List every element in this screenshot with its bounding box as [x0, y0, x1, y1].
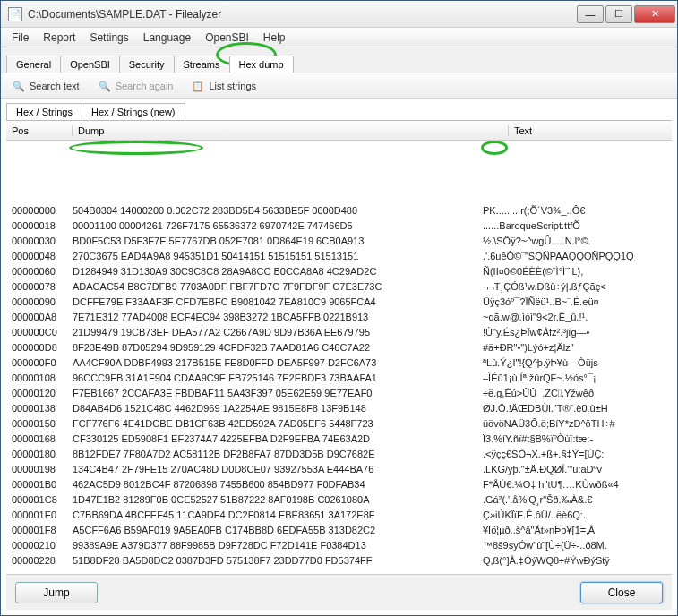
tab-security[interactable]: Security	[119, 56, 175, 73]
menu-settings[interactable]: Settings	[82, 30, 135, 46]
bottom-bar: Jump Close	[6, 574, 672, 610]
hex-dump: A5CFF6A6 B59AF019 9A5EA0FB C174BB8D 6EDF…	[73, 523, 483, 538]
hex-dump: 8F23E49B 87D05294 9D959129 4CFDF32B 7AAD…	[73, 340, 483, 355]
hex-text: ¥Ïö¦µð..š^â"Át»nÞþ¥[1=‚Â	[483, 523, 666, 538]
subtab-hex-strings[interactable]: Hex / Strings	[6, 103, 82, 120]
tab-opensbi[interactable]: OpenSBI	[60, 56, 120, 73]
hex-row[interactable]: 00000030BD0F5C53 D5F3F7E 5E7767DB 052E70…	[12, 234, 666, 249]
hex-text: ½.\SÖÿ?~^wgÛ.....N.l°©.	[483, 234, 666, 249]
window-controls: — ☐ ✕	[577, 5, 675, 23]
hex-row[interactable]: 0000021099389A9E A379D377 88F9985B D9F72…	[12, 538, 666, 553]
menu-file[interactable]: File	[4, 30, 36, 46]
hex-text: #ä+ÐR"•")Lýó+z­¦Älz"	[483, 340, 666, 355]
hex-pos: 00000108	[12, 371, 73, 386]
search-text-button[interactable]: 🔍 Search text	[8, 77, 83, 95]
hex-pos: 000001C8	[12, 492, 73, 508]
tab-hexdump[interactable]: Hex dump	[229, 56, 294, 73]
main-tabs: General OpenSBI Security Streams Hex dum…	[1, 47, 677, 73]
hex-pos: 00000138	[12, 401, 73, 416]
menu-language[interactable]: Language	[136, 30, 198, 46]
hex-dump: C7BB69DA 4BCFEF45 11CA9DF4 DC2F0814 EBE8…	[73, 508, 483, 523]
menubar: File Report Settings Language OpenSBI He…	[1, 28, 677, 47]
col-header-dump[interactable]: Dump	[73, 125, 509, 136]
hex-row[interactable]: 0000010896CCC9FB 31A1F904 CDAA9C9E FB725…	[12, 371, 666, 386]
hex-dump: BD0F5C53 D5F3F7E 5E7767DB 052E7081 0D864…	[73, 234, 483, 249]
menu-help[interactable]: Help	[256, 30, 293, 46]
hex-text: ~qã.w­@.ìóì"9<2r.Ê_û.!¹.	[483, 310, 666, 325]
hex-row[interactable]: 00000090DCFFE79E F33AAF3F CFD7EBFC B9081…	[12, 295, 666, 310]
hex-row[interactable]: 0000001800001100 00004261 726F7175 65536…	[12, 218, 666, 234]
hex-pos: 000000A8	[12, 310, 73, 325]
hex-pos: 00000120	[12, 386, 73, 401]
hex-row[interactable]: 000001B0462AC5D9 8012BC4F 87206898 7455B…	[12, 477, 666, 492]
hex-row[interactable]: 00000120F7EB1667 2CCAFA3E FBDBAF11 5A43F…	[12, 386, 666, 401]
hex-row[interactable]: 000001E0C7BB69DA 4BCFEF45 11CA9DF4 DC2F0…	[12, 508, 666, 523]
hex-row[interactable]: 000001808B12FDE7 7F80A7D2 AC58112B DF2B8…	[12, 447, 666, 462]
sub-tabs: Hex / Strings Hex / Strings (new)	[1, 99, 677, 120]
hex-dump: D84AB4D6 1521C48C 4462D969 1A2254AE 9815…	[73, 401, 483, 416]
highlight-circle-signature	[69, 141, 203, 155]
hex-row[interactable]: 00000138D84AB4D6 1521C48C 4462D969 1A225…	[12, 401, 666, 416]
hex-row[interactable]: 00000060D1284949 31D130A9 30C9C8C8 28A9A…	[12, 264, 666, 279]
hex-dump: ADACAC54 B8C7DFB9 7703A0DF FBF7FD7C 7F9F…	[73, 279, 483, 295]
hex-text: PK.........r(;Õ´V3¾_..Ô€	[483, 203, 666, 218]
hex-text: Üÿç3óº¯?ÏÑëü¹..B~¨.É.eü¤	[483, 295, 666, 310]
col-header-text[interactable]: Text	[509, 125, 672, 136]
col-header-pos[interactable]: Pos	[6, 125, 73, 136]
search-again-button[interactable]: 🔍 Search again	[94, 77, 177, 95]
hex-dump: 96CCC9FB 31A1F904 CDAA9C9E FB725146 7E2E…	[73, 371, 483, 386]
hex-pos: 00000150	[12, 416, 73, 432]
hex-dump: 504B0304 14000200 0.002C72 283BD5B4 5633…	[73, 203, 483, 218]
hex-dump: 99389A9E A379D377 88F9985B D9F728DC F72D…	[73, 538, 483, 553]
hex-row[interactable]: 000000C021D99479 19CB73EF DEA577A2 C2667…	[12, 325, 666, 340]
hex-row[interactable]: 0000022851B8DF28 BA5D8DC2 0387D3FD 57513…	[12, 553, 666, 569]
hex-text: ­¬¬T¸ÇÓß¹w.­Ðßû÷ý|.ßƒÇãç<	[483, 279, 666, 295]
tab-general[interactable]: General	[6, 56, 61, 73]
hex-row[interactable]: 000001F8A5CFF6A6 B59AF019 9A5EA0FB C174B…	[12, 523, 666, 538]
titlebar: 📄 C:\Documents\SAMPLE.DAT - Filealyzer —…	[1, 1, 677, 28]
jump-button[interactable]: Jump	[15, 582, 98, 603]
hex-row[interactable]: 00000078ADACAC54 B8C7DFB9 7703A0DF FBF7F…	[12, 279, 666, 295]
hex-dump: 134C4B47 2F79FE15 270AC48D D0D8CE07 9392…	[73, 462, 483, 477]
hex-dump: AA4CF90A DDBF4993 217B515E FE8D0FFD DEA5…	[73, 355, 483, 371]
hex-dump: 00001100 00004261 726F7175 65536372 6970…	[73, 218, 483, 234]
hex-body: 00000000504B0304 14000200 0.002C72 283BD…	[6, 141, 672, 570]
maximize-button[interactable]: ☐	[605, 5, 632, 23]
hex-row[interactable]: 000000D88F23E49B 87D05294 9D959129 4CFDF…	[12, 340, 666, 355]
hex-text: ÷ë.g,Êú>ÛÛ¯.ZC󗵿.Yžwêð	[483, 386, 666, 401]
hex-text: Ï3.%íY.ñï#t§B%ïºÒùï:tæ:-	[483, 432, 666, 447]
hex-text: ™8š9syÓw"ù˜[Ù÷(Ü÷-..ð8M.	[483, 538, 666, 553]
hex-row[interactable]: 00000150FCF776F6 4E41DCBE DB1CF63B 42ED5…	[12, 416, 666, 432]
hex-row[interactable]: 000001C81D47E1B2 81289F0B 0CE52527 51B87…	[12, 492, 666, 508]
hex-row[interactable]: 00000198134C4B47 2F79FE15 270AC48D D0D8C…	[12, 462, 666, 477]
hex-row[interactable]: 000000F0AA4CF90A DDBF4993 217B515E FE8D0…	[12, 355, 666, 371]
hex-text: üövöNAÜ3Ô.ö;BíY*zÐ^öTH÷#	[483, 416, 666, 432]
menu-opensbi[interactable]: OpenSBI	[198, 30, 256, 46]
hex-row[interactable]: 00000048270C3675 EAD4A9A8 945351D1 50414…	[12, 249, 666, 264]
toolbar: 🔍 Search text 🔍 Search again 📋 List stri…	[1, 73, 677, 99]
menu-report[interactable]: Report	[36, 30, 82, 46]
hex-text: ØJ.Ö.!ÄŒDBÙi."T®˜.è0.ù±H	[483, 401, 666, 416]
hex-pos: 00000018	[12, 218, 73, 234]
subtab-hex-strings-new[interactable]: Hex / Strings (new)	[82, 103, 185, 120]
hex-row[interactable]: 00000168CF330125 ED5908F1 EF2374A7 4225E…	[12, 432, 666, 447]
list-strings-button[interactable]: 📋 List strings	[187, 77, 260, 95]
hex-row[interactable]: 00000000504B0304 14000200 0.002C72 283BD…	[12, 203, 666, 218]
close-button[interactable]: Close	[580, 582, 663, 603]
hex-pos: 00000090	[12, 295, 73, 310]
hex-pos: 00000198	[12, 462, 73, 477]
close-window-button[interactable]: ✕	[634, 5, 675, 23]
hex-dump: DCFFE79E F33AAF3F CFD7EBFC B9081042 7EA8…	[73, 295, 483, 310]
minimize-button[interactable]: —	[577, 5, 604, 23]
hex-text: .LKG/yþ."±Ä.ÐQØÎ."'u:äDºv	[483, 462, 666, 477]
hex-pos: 000000C0	[12, 325, 73, 340]
highlight-circle-pk	[481, 141, 508, 155]
hex-dump: F7EB1667 2CCAFA3E FBDBAF11 5A43F397 05E6…	[73, 386, 483, 401]
hex-row[interactable]: 000000A87E71E312 77AD4008 ECF4EC94 398B3…	[12, 310, 666, 325]
hex-dump: 462AC5D9 8012BC4F 87206898 7455B600 854B…	[73, 477, 483, 492]
tab-streams[interactable]: Streams	[174, 56, 230, 73]
hex-scroll-area[interactable]: 00000000504B0304 14000200 0.002C72 283BD…	[6, 141, 672, 574]
hex-pos: 000000D8	[12, 340, 73, 355]
search-again-icon: 🔍	[98, 79, 112, 93]
hex-pos: 00000210	[12, 538, 73, 553]
